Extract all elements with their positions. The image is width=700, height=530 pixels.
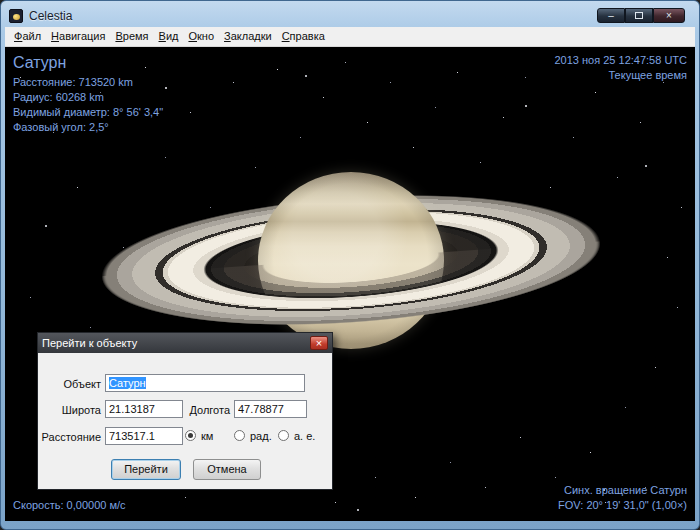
tracking-text: Синх. вращение Сатурн (558, 483, 687, 498)
latitude-label: Широта (40, 403, 101, 417)
time-overlay: 2013 ноя 25 12:47:58 UTC Текущее время (554, 53, 687, 83)
dialog-close-icon: × (316, 337, 322, 349)
window-titlebar[interactable]: Celestia – × (5, 5, 695, 27)
dialog-title: Перейти к объекту (42, 337, 310, 349)
goto-object-dialog: Перейти к объекту × Объект Сатурн Широта… (37, 332, 333, 490)
unit-au-label: а. е. (294, 430, 315, 443)
dialog-close-button[interactable]: × (310, 336, 328, 350)
distance-input[interactable] (105, 427, 183, 445)
datetime-text: 2013 ноя 25 12:47:58 UTC (554, 53, 687, 68)
status-overlay: Синх. вращение Сатурн FOV: 20° 19' 31,0"… (558, 483, 687, 513)
unit-rad-label: рад. (250, 430, 272, 443)
cancel-button[interactable]: Отмена (193, 459, 261, 480)
menu-help[interactable]: Справка (277, 27, 330, 46)
unit-km-label: км (201, 430, 213, 443)
maximize-button[interactable] (625, 8, 653, 23)
menu-time[interactable]: Время (110, 27, 153, 46)
menu-bookmarks[interactable]: Закладки (219, 27, 277, 46)
dialog-body: Объект Сатурн Широта Долгота Расстояние … (38, 353, 332, 489)
menu-navigation[interactable]: Навигация (46, 27, 110, 46)
menu-view[interactable]: Вид (154, 27, 184, 46)
window-title: Celestia (29, 9, 72, 23)
info-apparent-diameter: Видимый диаметр: 8° 56' 3,4" (13, 105, 163, 120)
unit-rad-radio[interactable] (234, 430, 245, 441)
longitude-label: Долгота (175, 403, 230, 417)
app-icon (9, 9, 23, 23)
minimize-icon: – (608, 10, 614, 21)
dialog-titlebar[interactable]: Перейти к объекту × (38, 333, 332, 353)
info-phase-angle: Фазовый угол: 2,5° (13, 120, 163, 135)
longitude-input[interactable] (234, 400, 307, 418)
latitude-input[interactable] (105, 400, 183, 418)
close-button[interactable]: × (653, 8, 685, 23)
info-radius: Радиус: 60268 km (13, 90, 163, 105)
close-icon: × (666, 10, 672, 21)
restore-icon (635, 12, 643, 19)
info-distance: Расстояние: 713520 km (13, 75, 163, 90)
object-input[interactable]: Сатурн (105, 374, 305, 392)
unit-au-radio[interactable] (278, 430, 289, 441)
fov-text: FOV: 20° 19' 31,0" (1,00×) (558, 498, 687, 513)
minimize-button[interactable]: – (597, 8, 625, 23)
app-window: Celestia – × Файл Навигация Время Вид Ок… (0, 0, 700, 530)
go-button[interactable]: Перейти (111, 459, 181, 480)
speed-overlay: Скорость: 0,00000 м/с (13, 498, 126, 513)
object-label: Объект (40, 377, 101, 391)
distance-label: Расстояние (40, 430, 101, 444)
time-mode-text: Текущее время (554, 68, 687, 83)
starfield-bright (5, 47, 7, 49)
menu-file[interactable]: Файл (9, 27, 46, 46)
menu-window[interactable]: Окно (183, 27, 219, 46)
window-controls: – × (597, 8, 685, 23)
object-info-overlay: Сатурн Расстояние: 713520 km Радиус: 602… (13, 53, 163, 135)
object-name: Сатурн (13, 53, 163, 73)
object-input-value: Сатурн (109, 377, 146, 389)
viewport[interactable]: Сатурн Расстояние: 713520 km Радиус: 602… (5, 47, 695, 521)
speed-text: Скорость: 0,00000 м/с (13, 498, 126, 513)
unit-km-radio[interactable] (185, 430, 196, 441)
menubar: Файл Навигация Время Вид Окно Закладки С… (5, 27, 695, 47)
